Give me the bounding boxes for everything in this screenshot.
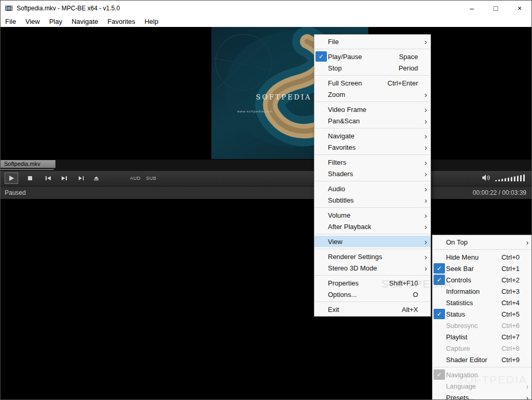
menu-item-audio[interactable]: Audio › <box>314 183 430 194</box>
menubar-item-help[interactable]: Help <box>140 18 163 25</box>
menu-item-shaders[interactable]: Shaders › <box>314 168 430 179</box>
menu-item-view[interactable]: View › <box>314 236 430 247</box>
menu-item-label: Play/Pause <box>328 53 362 61</box>
maximize-button[interactable]: □ <box>484 1 508 16</box>
frame-step-icon <box>78 175 84 181</box>
menu-item-label: Filters <box>328 159 346 166</box>
menu-item-shortcut: Ctrl+Enter <box>387 79 423 87</box>
menu-item-video-frame[interactable]: Video Frame › <box>314 104 430 115</box>
menu-item-label: Seek Bar <box>446 265 473 273</box>
menu-item-label: Audio <box>328 185 345 193</box>
menu-item-zoom[interactable]: Zoom › <box>314 89 430 100</box>
menu-bar: File View Play Navigate Favorites Help <box>1 16 531 27</box>
submenu-item-status[interactable]: ✓ Status Ctrl+5 <box>433 308 532 320</box>
menu-item-after-playback[interactable]: After Playback › <box>314 221 430 232</box>
check-spacer <box>434 354 445 365</box>
menu-item-label: File <box>328 38 339 46</box>
menu-item-label: Subresync <box>446 322 478 330</box>
previous-button[interactable] <box>41 173 54 184</box>
minimize-button[interactable]: – <box>460 1 484 16</box>
frame-step-button[interactable] <box>74 173 88 184</box>
submenu-item-statistics[interactable]: Statistics Ctrl+4 <box>433 297 532 308</box>
menu-item-filters[interactable]: Filters › <box>314 156 430 168</box>
submenu-item-seek-bar[interactable]: ✓ Seek Bar Ctrl+1 <box>433 263 532 274</box>
check-spacer <box>315 168 327 179</box>
app-icon <box>5 4 13 12</box>
chevron-right-icon: › <box>423 223 429 231</box>
seek-bar[interactable] <box>1 168 531 171</box>
eject-button[interactable] <box>90 173 103 184</box>
skip-forward-icon <box>61 175 68 181</box>
menu-item-label: Statistics <box>446 299 473 307</box>
menu-item-label: Subtitles <box>328 196 354 204</box>
menu-item-shortcut: Ctrl+8 <box>501 345 524 352</box>
check-spacer <box>315 221 327 232</box>
menu-item-volume[interactable]: Volume › <box>314 209 430 221</box>
submenu-item-playlist[interactable]: Playlist Ctrl+7 <box>433 331 532 342</box>
menubar-item-view[interactable]: View <box>21 18 45 25</box>
menu-item-label: Hide Menu <box>446 253 479 261</box>
menu-item-label: Pan&Scan <box>328 117 360 125</box>
submenu-item-controls[interactable]: ✓ Controls Ctrl+2 <box>433 274 532 285</box>
menu-item-options[interactable]: Options... O <box>314 289 430 300</box>
title-bar: Softpedia.mkv - MPC-BE x64 - v1.5.0 – □ … <box>1 1 531 16</box>
menu-item-full-screen[interactable]: Full Screen Ctrl+Enter <box>314 77 430 89</box>
subtitle-track-label[interactable]: SUB <box>146 176 156 181</box>
menu-item-navigate[interactable]: Navigate › <box>314 130 430 141</box>
menubar-item-navigate[interactable]: Navigate <box>67 18 103 25</box>
check-spacer <box>434 332 445 342</box>
window-title: Softpedia.mkv - MPC-BE x64 - v1.5.0 <box>17 5 120 12</box>
menu-item-file[interactable]: File › <box>314 36 430 47</box>
submenu-item-presets[interactable]: Presets... › <box>433 392 532 400</box>
next-button[interactable] <box>57 173 71 184</box>
menu-item-pan-scan[interactable]: Pan&Scan › <box>314 115 430 126</box>
check-spacer <box>315 263 327 273</box>
menu-item-stereo-3d-mode[interactable]: Stereo 3D Mode › <box>314 262 430 274</box>
menu-item-exit[interactable]: Exit Alt+X <box>314 304 430 315</box>
check-spacer <box>315 210 327 220</box>
check-icon: ✓ <box>434 309 445 319</box>
check-spacer <box>434 381 445 391</box>
menubar-item-file[interactable]: File <box>1 18 21 25</box>
menu-separator <box>315 154 430 155</box>
menu-item-label: Navigation <box>446 371 478 379</box>
video-area[interactable]: SOFTPEDIA www.softpedia.com <box>1 27 531 159</box>
menu-item-renderer-settings[interactable]: Renderer Settings › <box>314 251 430 262</box>
menu-item-properties[interactable]: Properties Shift+F10 <box>314 277 430 289</box>
submenu-item-information[interactable]: Information Ctrl+3 <box>433 285 532 297</box>
submenu-item-language[interactable]: Language › <box>433 380 532 392</box>
check-spacer <box>315 195 327 205</box>
check-spacer <box>315 251 327 262</box>
menu-item-subtitles[interactable]: Subtitles › <box>314 194 430 206</box>
volume-icon[interactable] <box>482 174 490 181</box>
play-button[interactable] <box>5 173 18 184</box>
stop-button[interactable] <box>23 173 37 184</box>
menu-separator <box>315 49 430 49</box>
seek-progress <box>1 169 54 170</box>
submenu-item-navigation: ✓ Navigation <box>433 369 532 380</box>
menu-item-shortcut: Ctrl+4 <box>501 299 524 307</box>
submenu-item-on-top[interactable]: On Top › <box>433 236 532 248</box>
chevron-right-icon: › <box>524 382 530 390</box>
tab-softpedia[interactable]: Softpedia.mkv <box>1 160 55 168</box>
close-button[interactable]: × <box>508 1 531 16</box>
menubar-item-play[interactable]: Play <box>45 18 67 25</box>
menu-item-play-pause[interactable]: ✓ Play/Pause Space <box>314 51 430 62</box>
volume-slider[interactable] <box>495 174 526 181</box>
menu-item-stop[interactable]: Stop Period <box>314 62 430 74</box>
menu-item-shortcut: Ctrl+2 <box>501 276 524 284</box>
chevron-right-icon: › <box>423 264 429 272</box>
status-bar: Paused 00:00:22 / 00:03:39 <box>1 186 531 199</box>
submenu-item-shader-editor[interactable]: Shader Editor Ctrl+9 <box>433 354 532 365</box>
check-spacer <box>315 116 327 126</box>
submenu-item-hide-menu[interactable]: Hide Menu Ctrl+0 <box>433 251 532 263</box>
check-spacer <box>315 289 327 299</box>
chevron-right-icon: › <box>423 159 429 166</box>
check-spacer <box>315 236 327 247</box>
audio-track-label[interactable]: AUD <box>130 176 141 181</box>
menu-item-favorites[interactable]: Favorites › <box>314 141 430 153</box>
menubar-item-favorites[interactable]: Favorites <box>103 18 140 25</box>
chevron-right-icon: › <box>423 91 429 98</box>
menu-item-label: Playlist <box>446 333 467 341</box>
menu-item-label: Full Screen <box>328 79 362 87</box>
